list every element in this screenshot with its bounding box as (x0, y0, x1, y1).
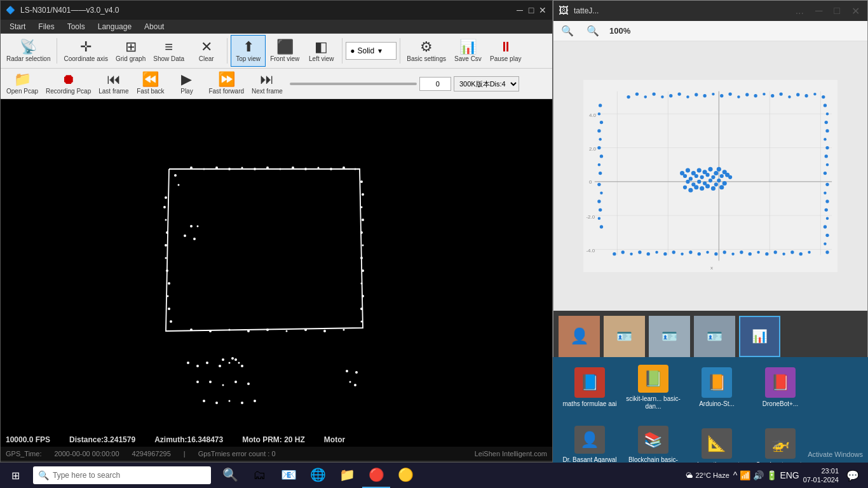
svg-point-45 (304, 329, 307, 331)
menu-start[interactable]: Start (3, 21, 32, 32)
system-tray-arrow[interactable]: ^ (733, 470, 738, 480)
thumbnail-1[interactable]: 👤 (559, 316, 600, 357)
viewer-minimize-button[interactable]: ─ (813, 4, 825, 18)
minimize-button[interactable]: ─ (515, 6, 524, 15)
battery-icon[interactable]: 🔋 (766, 470, 777, 480)
taskbar-app-other[interactable]: 🟡 (391, 463, 419, 488)
arduino-label: Arduino-St... (699, 400, 735, 408)
next-frame-button[interactable]: ⏭ Next frame (248, 68, 286, 100)
maximize-button[interactable]: □ (527, 6, 536, 15)
taskbar: ⊞ 🔍 Type here to search 🔍 🗂 📧 🌐 📁 🔴 🟡 (0, 463, 868, 488)
thumbnail-2[interactable]: 🪪 (604, 316, 645, 357)
svg-point-170 (749, 252, 752, 255)
svg-point-207 (719, 185, 724, 189)
front-view-button[interactable]: ⬛ Front view (267, 35, 302, 67)
svg-point-15 (215, 166, 218, 169)
fast-back-button[interactable]: ⏪ Fast back (133, 68, 168, 100)
resolution-select[interactable]: 300K版本Dis:4 (454, 76, 519, 92)
basic-settings-button[interactable]: ⚙ Basic settings (403, 35, 449, 67)
desktop-icon-arduino[interactable]: 📙 Arduino-St... (685, 362, 749, 413)
svg-point-68 (193, 238, 196, 240)
taskbar-search[interactable]: 🔍 Type here to search (33, 466, 211, 484)
svg-point-202 (709, 179, 712, 182)
open-pcap-button[interactable]: 📁 Open Pcap (3, 68, 41, 100)
dronebot-label: DroneBot+... (763, 400, 798, 408)
desktop-icon-scikit[interactable]: 📗 scikit-learn... basic- dan... (621, 362, 685, 413)
save-csv-button[interactable]: 📊 Save Csv (451, 35, 485, 67)
main-viewport: y z x 10000.0 FPS Distance:3.241579 Azim… (1, 99, 552, 447)
clear-label: Clear (199, 55, 214, 62)
desktop-icon-maths[interactable]: 📘 maths formulae aai (558, 362, 621, 413)
open-pcap-icon: 📁 (14, 72, 31, 86)
viewer-maximize-button[interactable]: □ (831, 4, 843, 18)
taskbar-app-explorer[interactable]: 📁 (333, 463, 361, 488)
svg-point-188 (717, 167, 721, 172)
basic-settings-label: Basic settings (407, 55, 446, 62)
pointcloud-svg: y z x (1, 99, 547, 410)
zoom-in-button[interactable]: 🔍 (584, 24, 602, 38)
menu-files[interactable]: Files (32, 21, 60, 32)
distance-display: Distance:3.241579 (69, 435, 135, 444)
svg-point-64 (254, 400, 256, 402)
viewer-more-button[interactable]: ... (793, 4, 806, 18)
pause-play-button[interactable]: ⏸ Pause play (487, 35, 524, 67)
weather-widget[interactable]: 🌥 22°C Haze (686, 471, 729, 479)
thumb-5-icon: 📊 (752, 329, 768, 344)
volume-icon[interactable]: 🔊 (753, 470, 764, 480)
start-button[interactable]: ⊞ (0, 463, 31, 488)
svg-point-147 (599, 172, 602, 175)
radar-selection-button[interactable]: 📡 Radar selection (3, 35, 53, 67)
notification-button[interactable]: 💬 (843, 463, 863, 488)
thumbnail-5[interactable]: 📊 (739, 316, 780, 357)
taskbar-clock[interactable]: 23:01 07-01-2024 (803, 466, 839, 485)
svg-point-4 (165, 219, 167, 221)
svg-point-22 (304, 168, 307, 170)
top-view-button[interactable]: ⬆ Top view (231, 35, 266, 67)
coordinate-axis-button[interactable]: ✛ Coordinate axis (60, 35, 111, 67)
solid-dropdown[interactable]: ● Solid ▾ (346, 42, 397, 60)
frame-number-input[interactable] (419, 77, 451, 91)
zoom-out-button[interactable]: 🔍 (559, 24, 576, 38)
svg-point-121 (824, 104, 827, 107)
svg-point-19 (266, 166, 269, 169)
menu-language[interactable]: Language (92, 21, 138, 32)
radar-icon: 📡 (20, 40, 37, 54)
website-link[interactable]: LeiShen Intelligent.com (475, 450, 547, 458)
taskbar-app-active1[interactable]: 🔴 (362, 463, 390, 488)
svg-point-103 (677, 92, 681, 95)
thumbnail-4[interactable]: 🪪 (694, 316, 735, 357)
taskbar-app-browser[interactable]: 🌐 (304, 463, 332, 488)
svg-point-116 (788, 95, 790, 98)
taskbar-app-mail[interactable]: 📧 (275, 463, 302, 488)
thumbnail-3[interactable]: 🪪 (649, 316, 690, 357)
arduino-icon: 📙 (702, 367, 732, 398)
desktop-icon-dronebot[interactable]: 📕 DroneBot+... (749, 362, 812, 413)
clear-button[interactable]: ✕ Clear (189, 35, 224, 67)
menu-about[interactable]: About (138, 21, 170, 32)
language-indicator[interactable]: ENG (780, 470, 799, 480)
show-data-button[interactable]: ≡ Show Data (150, 35, 187, 67)
network-icon[interactable]: 📶 (740, 470, 750, 480)
play-button[interactable]: ▶ Play (169, 68, 204, 100)
zoom-level: 100% (609, 26, 630, 36)
left-view-button[interactable]: ◧ Left view (304, 35, 339, 67)
taskbar-app-search[interactable]: 🔍 (216, 463, 244, 488)
basic-settings-icon: ⚙ (420, 40, 433, 54)
menu-tools[interactable]: Tools (61, 21, 92, 32)
recording-pcap-button[interactable]: ⏺ Recording Pcap (43, 68, 94, 100)
taskbar-app-task[interactable]: 🗂 (245, 463, 273, 488)
svg-point-111 (745, 93, 749, 96)
svg-point-18 (254, 168, 256, 170)
viewer-close-button[interactable]: ✕ (849, 4, 862, 18)
close-button[interactable]: ✕ (538, 6, 547, 15)
svg-point-14 (203, 168, 205, 170)
playback-slider[interactable] (290, 83, 417, 85)
toolbar-sep-2 (227, 38, 227, 64)
last-frame-button[interactable]: ⏮ Last frame (95, 68, 132, 100)
svg-point-180 (697, 168, 702, 173)
app-icon: 🔷 (6, 6, 15, 15)
grid-graph-button[interactable]: ⊞ Grid graph (112, 35, 149, 67)
svg-point-112 (754, 94, 757, 97)
explorer-icon: 📁 (339, 467, 355, 482)
fast-forward-button[interactable]: ⏩ Fast forward (205, 68, 247, 100)
